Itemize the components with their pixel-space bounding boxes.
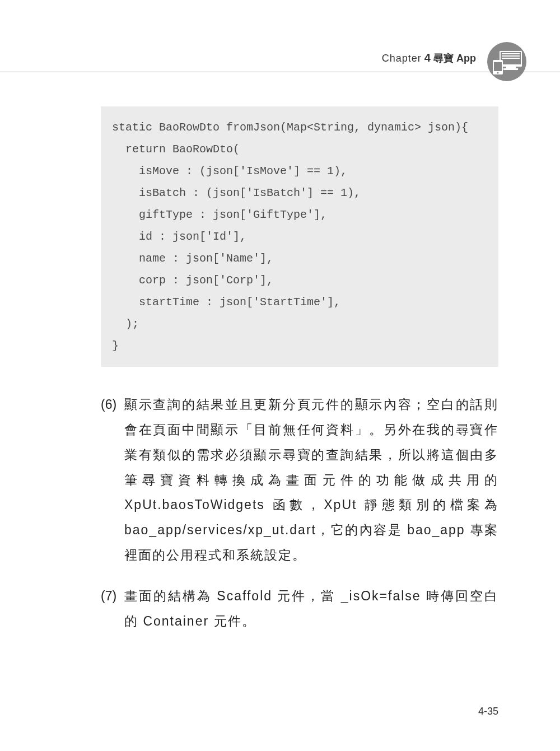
svg-rect-7 bbox=[503, 68, 518, 70]
paragraph-text: 畫面的結構為 Scaffold 元件，當 _isOk=false 時傳回空白的 … bbox=[124, 584, 498, 634]
svg-rect-6 bbox=[506, 67, 516, 68]
paragraph-7: (7) 畫面的結構為 Scaffold 元件，當 _isOk=false 時傳回… bbox=[101, 584, 498, 634]
code-block: static BaoRowDto fromJson(Map<String, dy… bbox=[101, 106, 498, 367]
main-content: static BaoRowDto fromJson(Map<String, dy… bbox=[101, 106, 498, 650]
paragraph-text: 顯示查詢的結果並且更新分頁元件的顯示內容；空白的話則會在頁面中間顯示「目前無任何… bbox=[124, 392, 498, 568]
svg-rect-5 bbox=[502, 58, 520, 59]
paragraph-number: (6) bbox=[101, 392, 124, 568]
header-divider bbox=[0, 72, 560, 72]
paragraph-6: (6) 顯示查詢的結果並且更新分頁元件的顯示內容；空白的話則會在頁面中間顯示「目… bbox=[101, 392, 498, 568]
chapter-number: 4 bbox=[424, 52, 431, 64]
chapter-label: Chapter bbox=[382, 53, 422, 64]
chapter-title: 尋寶 App bbox=[433, 53, 476, 64]
paragraph-number: (7) bbox=[101, 584, 124, 634]
devices-icon bbox=[487, 42, 526, 81]
page-number: 4-35 bbox=[478, 706, 498, 717]
svg-point-10 bbox=[497, 72, 499, 74]
svg-rect-9 bbox=[494, 62, 502, 71]
svg-rect-3 bbox=[502, 53, 520, 54]
page-header: Chapter 4 尋寶 App bbox=[382, 52, 476, 65]
svg-rect-4 bbox=[502, 55, 520, 57]
